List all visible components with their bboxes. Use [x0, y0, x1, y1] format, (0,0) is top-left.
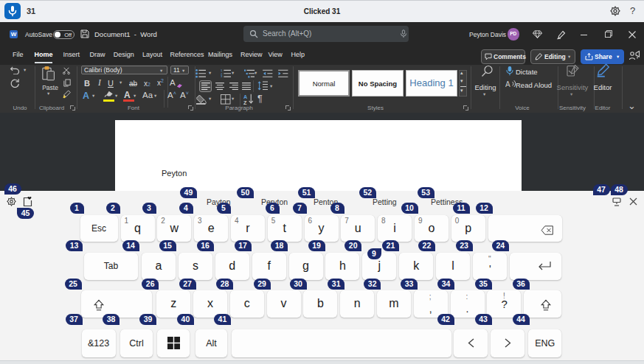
- svg-text:3: 3: [221, 74, 223, 77]
- svg-text:Z: Z: [243, 99, 247, 105]
- svg-text:A: A: [505, 80, 510, 88]
